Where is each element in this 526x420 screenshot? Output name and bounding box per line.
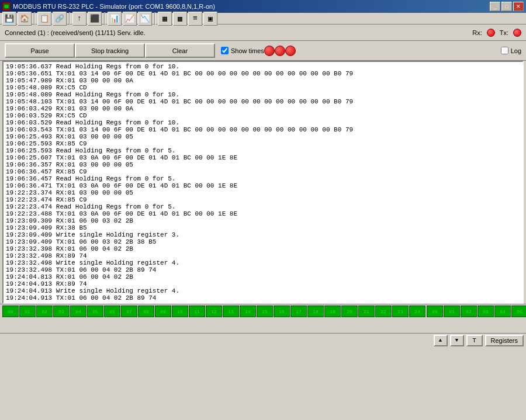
register-button[interactable]: 02 bbox=[36, 306, 53, 317]
log-line[interactable]: 19:06:25.493 RX:01 03 00 00 00 05 bbox=[6, 133, 520, 140]
pause-button[interactable]: Pause bbox=[5, 43, 75, 58]
register-row-1: 0001020304050607080910111213141516171819… bbox=[2, 306, 425, 318]
log-line[interactable]: 19:24:04.913 RX:89 74 bbox=[6, 280, 520, 287]
show-times-checkbox[interactable] bbox=[221, 47, 229, 54]
log-line[interactable]: 19:06:25.607 TX:01 03 0A 00 6F 00 DE 01 … bbox=[6, 154, 520, 161]
toolbar-icon-3[interactable]: 📋 bbox=[37, 12, 51, 26]
log-content[interactable]: 19:05:36.637 Read Holding Regs from 0 fo… bbox=[2, 61, 524, 304]
log-line[interactable]: 19:24:04.813 RX:01 06 00 04 02 2B bbox=[6, 273, 520, 280]
log-line[interactable]: 19:06:03.429 RX:01 03 00 00 00 0A bbox=[6, 105, 520, 112]
log-checkbox[interactable] bbox=[501, 47, 508, 54]
register-button[interactable]: 15 bbox=[257, 306, 273, 317]
log-line[interactable]: 19:23:32.498 TX:01 06 00 04 02 2B 89 74 bbox=[6, 266, 520, 273]
stop-tracking-button[interactable]: Stop tracking bbox=[75, 43, 145, 58]
toolbar-icon-1[interactable]: 💾 bbox=[2, 12, 16, 26]
log-line[interactable]: 19:22:23.374 RX:01 03 00 00 00 05 bbox=[6, 189, 520, 196]
log-line[interactable]: 19:23:32.498 Write single Holding regist… bbox=[6, 259, 520, 266]
register-button[interactable]: 04 bbox=[70, 306, 86, 317]
register-button[interactable]: 11 bbox=[189, 306, 205, 317]
register-button[interactable]: 22 bbox=[375, 306, 392, 317]
minimize-button[interactable]: _ bbox=[490, 2, 500, 11]
register-button[interactable]: 20 bbox=[341, 306, 358, 317]
register-button[interactable]: 16 bbox=[274, 306, 290, 317]
register-button[interactable]: 04 bbox=[494, 306, 511, 317]
log-line[interactable]: 19:05:48.103 TX:01 03 14 00 6F 00 DE 01 … bbox=[6, 98, 520, 105]
register-button[interactable]: 01 bbox=[19, 306, 36, 317]
register-button[interactable]: 00 bbox=[2, 306, 19, 317]
maximize-button[interactable]: □ bbox=[501, 2, 512, 11]
log-line[interactable]: 19:06:36.357 RX:01 03 00 00 00 05 bbox=[6, 161, 520, 168]
log-line[interactable]: 19:23:09.409 RX:38 B5 bbox=[6, 224, 520, 231]
indicator-red-1 bbox=[264, 46, 275, 56]
log-line[interactable]: 19:06:36.471 TX:01 03 0A 00 6F 00 DE 01 … bbox=[6, 182, 520, 189]
register-button[interactable]: 05 bbox=[511, 306, 526, 317]
log-line[interactable]: 19:05:48.089 RX:C5 CD bbox=[6, 84, 520, 91]
register-button[interactable]: 14 bbox=[240, 306, 256, 317]
register-button[interactable]: 09 bbox=[155, 306, 171, 317]
register-button[interactable]: 13 bbox=[223, 306, 239, 317]
log-line[interactable]: 19:23:32.398 RX:01 06 00 04 02 2B bbox=[6, 245, 520, 252]
register-button[interactable]: 06 bbox=[104, 306, 120, 317]
app-icon bbox=[2, 2, 11, 11]
toolbar-sep-3 bbox=[104, 12, 105, 25]
log-line[interactable]: 19:23:09.409 Write single Holding regist… bbox=[6, 231, 520, 238]
toolbar-icon-11[interactable]: ▩ bbox=[173, 12, 187, 26]
log-line[interactable]: 19:06:03.543 TX:01 03 14 00 6F 00 DE 01 … bbox=[6, 126, 520, 133]
register-button[interactable]: 18 bbox=[307, 306, 324, 317]
svg-rect-1 bbox=[5, 5, 9, 8]
log-line[interactable]: 19:06:25.593 RX:85 C9 bbox=[6, 140, 520, 147]
toolbar-icon-2[interactable]: 🏠 bbox=[18, 12, 32, 26]
log-line[interactable]: 19:23:32.498 RX:89 74 bbox=[6, 252, 520, 259]
t-button[interactable]: T bbox=[466, 335, 483, 346]
register-button[interactable]: 08 bbox=[138, 306, 154, 317]
log-line[interactable]: 19:05:48.089 Read Holding Regs from 0 fo… bbox=[6, 91, 520, 98]
clear-button[interactable]: Clear bbox=[145, 43, 215, 58]
register-button[interactable]: 03 bbox=[53, 306, 70, 317]
toolbar-icon-5[interactable]: ↑ bbox=[72, 12, 86, 26]
register-button[interactable]: 19 bbox=[324, 306, 341, 317]
log-line[interactable]: 19:22:23.474 Read Holding Regs from 0 fo… bbox=[6, 203, 520, 210]
rx-led bbox=[487, 29, 495, 37]
toolbar-sep-1 bbox=[34, 12, 35, 25]
register-button[interactable]: 01 bbox=[444, 306, 460, 317]
log-line[interactable]: 19:05:36.651 TX:01 03 14 00 6F 00 DE 01 … bbox=[6, 70, 520, 77]
register-button[interactable]: 02 bbox=[461, 306, 477, 317]
toolbar-icon-7[interactable]: 📊 bbox=[108, 12, 122, 26]
close-button[interactable]: ✕ bbox=[513, 2, 524, 11]
register-button[interactable]: 03 bbox=[477, 306, 494, 317]
connection-status: Connected (1) : (received/sent) (11/11) … bbox=[5, 29, 468, 36]
log-line[interactable]: 19:06:03.529 RX:C5 CD bbox=[6, 112, 520, 119]
toolbar-icon-4[interactable]: 🔗 bbox=[53, 12, 67, 26]
register-button[interactable]: 07 bbox=[121, 306, 137, 317]
toolbar-icon-12[interactable]: ≡ bbox=[188, 12, 202, 26]
log-line[interactable]: 19:24:04.913 TX:01 06 00 04 02 2B 89 74 bbox=[6, 294, 520, 301]
log-line[interactable]: 19:22:23.488 TX:01 03 0A 00 6F 00 DE 01 … bbox=[6, 210, 520, 217]
register-button[interactable]: 23 bbox=[392, 306, 409, 317]
register-button[interactable]: 05 bbox=[87, 306, 103, 317]
toolbar-icon-10[interactable]: ▦ bbox=[158, 12, 172, 26]
log-line[interactable]: 19:24:04.913 Write single Holding regist… bbox=[6, 287, 520, 294]
log-label: Log bbox=[501, 47, 521, 54]
log-line[interactable]: 19:22:23.474 RX:85 C9 bbox=[6, 196, 520, 203]
registers-button[interactable]: Registers bbox=[485, 335, 524, 346]
register-button[interactable]: 24 bbox=[409, 306, 425, 317]
log-line[interactable]: 19:23:09.309 RX:01 06 00 03 02 2B bbox=[6, 217, 520, 224]
log-line[interactable]: 19:06:36.457 Read Holding Regs from 0 fo… bbox=[6, 175, 520, 182]
log-line[interactable]: 19:06:25.593 Read Holding Regs from 0 fo… bbox=[6, 147, 520, 154]
toolbar-icon-9[interactable]: 📉 bbox=[138, 12, 152, 26]
scroll-up-button[interactable]: ▲ bbox=[434, 335, 448, 346]
log-line[interactable]: 19:06:36.457 RX:85 C9 bbox=[6, 168, 520, 175]
toolbar-icon-8[interactable]: 📈 bbox=[123, 12, 137, 26]
scroll-down-button[interactable]: ▼ bbox=[450, 335, 464, 346]
log-line[interactable]: 19:05:47.989 RX:01 03 00 00 00 0A bbox=[6, 77, 520, 84]
log-line[interactable]: 19:06:03.529 Read Holding Regs from 0 fo… bbox=[6, 119, 520, 126]
register-button[interactable]: 00 bbox=[427, 306, 443, 317]
toolbar-icon-6[interactable]: ⬛ bbox=[88, 12, 102, 26]
register-button[interactable]: 21 bbox=[358, 306, 375, 317]
register-button[interactable]: 17 bbox=[290, 306, 307, 317]
toolbar-icon-13[interactable]: ▣ bbox=[203, 12, 217, 26]
log-line[interactable]: 19:23:09.409 TX:01 06 00 03 02 2B 38 B5 bbox=[6, 238, 520, 245]
log-line[interactable]: 19:05:36.637 Read Holding Regs from 0 fo… bbox=[6, 63, 520, 70]
register-button[interactable]: 10 bbox=[172, 306, 188, 317]
register-button[interactable]: 12 bbox=[206, 306, 222, 317]
